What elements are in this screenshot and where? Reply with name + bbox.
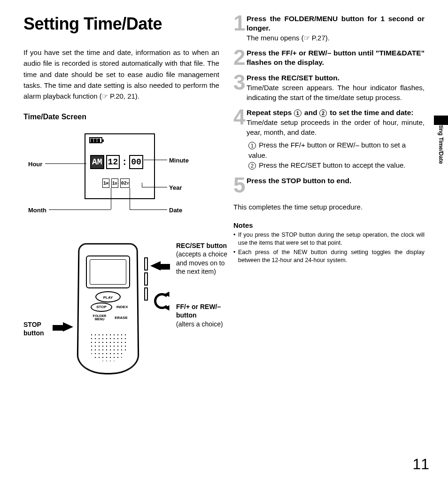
step-number-2: 2 [233,48,247,67]
page-number: 11 [412,456,429,473]
lcd-month: 1M [102,178,109,188]
lcd-colon: : [122,157,127,168]
step-5: 5 Press the STOP button to end. [233,176,425,194]
step-4: 4 Repeat steps 1 and 2 to set the time a… [233,108,425,170]
lcd-minute: 00 [129,155,143,169]
label-month: Month [28,207,46,214]
side-tab: Setting Time/Date [438,116,444,164]
curved-arrows-icon [154,293,170,309]
stop-button-label: STOP [94,305,109,309]
label-date: Date [169,207,182,214]
step-3: 3 Press the REC/SET button. Time/Date sc… [233,73,425,102]
step-3-desc: Time/Date screen appears. The hour indic… [247,83,425,102]
conclusion-text: This completes the time setup procedure. [233,203,425,211]
notes-heading: Notes [233,221,425,229]
note-item: If you press the STOP button during the … [233,231,425,247]
step-number-4: 4 [233,108,247,170]
step-1: 1 Press the FOLDER/MENU button for 1 sec… [233,14,425,43]
label-year: Year [169,184,182,191]
label-minute: Minute [169,157,189,164]
erase-button-label: ERASE [114,316,128,320]
callout-ffrew: FF/+ or REW/– button (alters a choice) [176,302,242,328]
step-3-title: Press the REC/SET button. [247,73,425,83]
device-screen [86,255,130,288]
lcd-diagram: AM 12 : 00 1M 1D 02Y Hour Minute Year Mo… [28,129,215,227]
lcd-date: 1D [111,178,118,188]
arrow-right-icon [63,322,73,332]
step-1-desc: The menu opens (☞ P.27). [247,33,425,43]
lcd-ampm: AM [90,155,104,169]
step-number-3: 3 [233,73,247,102]
step-1-title: Press the FOLDER/MENU button for 1 secon… [247,14,425,33]
notes-section: Notes If you press the STOP button durin… [233,221,425,264]
play-button-label: PLAY [100,295,116,300]
speaker-grille [90,333,126,361]
step-4-title: Repeat steps 1 and 2 to set the time and… [247,108,425,117]
lcd-year: 02Y [120,178,130,188]
device-diagram: PLAY STOP INDEX FOLDER MENU ERASE STOP b… [23,241,219,382]
index-button-label: INDEX [115,305,129,309]
page-title: Setting Time/Date [23,14,219,34]
arrow-left-icon [150,261,161,271]
step-2: 2 Press the FF/+ or REW/– button until "… [233,48,425,67]
step-4-desc: Time/date setup proceeds in the order of… [247,117,425,137]
label-hour: Hour [28,161,42,168]
side-buttons [144,257,149,302]
screen-heading: Time/Date Screen [23,113,219,121]
step-number-1: 1 [233,14,247,43]
step-2-title: Press the FF/+ or REW/– button until "TI… [247,48,425,67]
intro-paragraph: If you have set the time and date, infor… [23,47,219,101]
note-item: Each press of the NEW button during sett… [233,248,425,264]
step-number-5: 5 [233,176,247,194]
lcd-hour: 12 [106,155,120,169]
lcd-screen: AM 12 : 00 1M 1D 02Y [85,133,155,199]
side-tab-marker [434,116,448,125]
step-5-title: Press the STOP button to end. [247,176,425,186]
folder-menu-label: FOLDER MENU [90,314,109,321]
step-4-sublist: 1 Press the FF/+ button or REW/– button … [248,140,425,170]
callout-stop: STOP button [23,320,56,337]
callout-recset: REC/SET button (accepts a choice and mov… [176,241,232,276]
battery-icon [89,137,102,143]
